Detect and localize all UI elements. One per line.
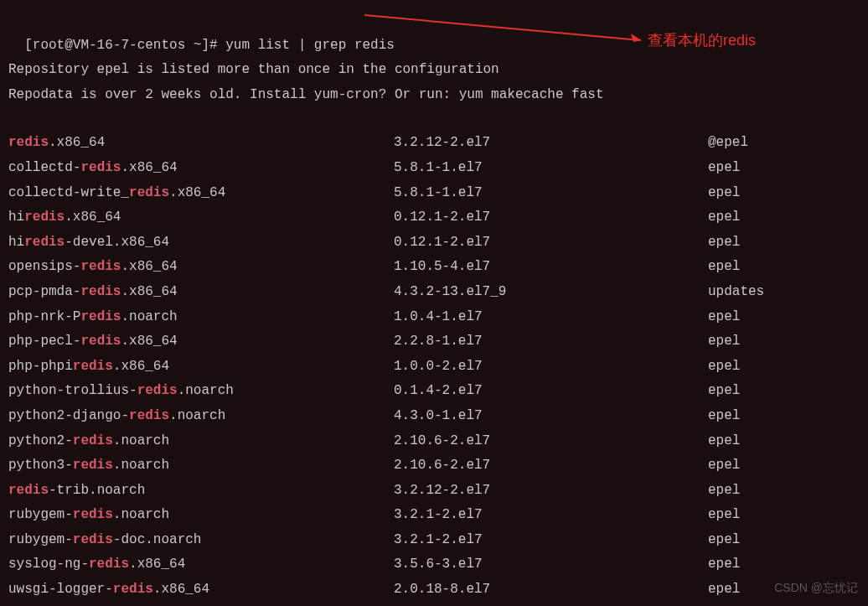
repodata-warning: Repodata is over 2 weeks old. Install yu… <box>8 83 860 108</box>
package-list: redis.x86_643.2.12-2.el7@epelcollectd-re… <box>8 131 860 606</box>
package-version: 3.2.12-2.el7 <box>394 131 708 156</box>
package-row: opensips-redis.x86_641.10.5-4.el7epel <box>8 255 860 280</box>
watermark: CSDN @忘忧记 <box>774 578 858 599</box>
package-name: redis.x86_64 <box>8 131 394 156</box>
package-version: 2.0.18-8.el7 <box>394 578 708 603</box>
package-name: php-pecl-redis.x86_64 <box>8 329 394 355</box>
shell-prompt: [root@VM-16-7-centos ~]# <box>24 38 225 53</box>
package-repo: epel <box>708 404 740 429</box>
package-name: hiredis-devel.x86_64 <box>8 230 394 256</box>
package-name: redis-trib.noarch <box>8 479 394 504</box>
package-row: hiredis-devel.x86_640.12.1-2.el7epel <box>8 230 860 256</box>
package-version: 3.2.1-2.el7 <box>394 503 708 528</box>
package-name: opensips-redis.x86_64 <box>8 255 394 280</box>
repository-warning: Repository epel is listed more than once… <box>8 58 860 83</box>
package-row: redis-trib.noarch3.2.12-2.el7epel <box>8 479 860 504</box>
package-name: python-trollius-redis.noarch <box>8 379 394 404</box>
package-version: 3.2.12-2.el7 <box>394 479 708 504</box>
package-row: python2-django-redis.noarch4.3.0-1.el7ep… <box>8 404 860 429</box>
package-repo: epel <box>708 329 740 355</box>
package-version: 2.2.8-1.el7 <box>394 329 708 355</box>
package-row: hiredis.x86_640.12.1-2.el7epel <box>8 205 860 230</box>
package-repo: epel <box>708 355 740 380</box>
package-name: hiredis.x86_64 <box>8 205 394 230</box>
package-row: rubygem-redis-doc.noarch3.2.1-2.el7epel <box>8 528 860 553</box>
package-row: php-nrk-Predis.noarch1.0.4-1.el7epel <box>8 305 860 330</box>
package-name: collectd-redis.x86_64 <box>8 156 394 181</box>
package-version: 4.3.2-13.el7_9 <box>394 280 708 305</box>
command-text: yum list | grep redis <box>225 38 395 53</box>
package-repo: epel <box>708 453 740 479</box>
package-repo: epel <box>708 205 740 230</box>
package-name: php-phpiredis.x86_64 <box>8 355 394 380</box>
package-version: 2.10.6-2.el7 <box>394 453 708 479</box>
package-repo: epel <box>708 156 740 181</box>
package-version: 5.8.1-1.el7 <box>394 156 708 181</box>
package-name: python2-django-redis.noarch <box>8 404 394 429</box>
package-row: uwsgi-logger-redis.x86_642.0.18-8.el7epe… <box>8 578 860 603</box>
package-version: 1.0.4-1.el7 <box>394 305 708 330</box>
package-row: php-phpiredis.x86_641.0.0-2.el7epel <box>8 355 860 380</box>
package-name: syslog-ng-redis.x86_64 <box>8 552 394 578</box>
package-row: python3-redis.noarch2.10.6-2.el7epel <box>8 453 860 479</box>
package-repo: epel <box>708 528 740 553</box>
package-row: rubygem-redis.noarch3.2.1-2.el7epel <box>8 503 860 528</box>
package-repo: epel <box>708 429 740 454</box>
package-name: php-nrk-Predis.noarch <box>8 305 394 330</box>
package-row: syslog-ng-redis.x86_643.5.6-3.el7epel <box>8 552 860 578</box>
package-repo: epel <box>708 503 740 528</box>
package-name: python2-redis.noarch <box>8 429 394 454</box>
package-repo: epel <box>708 255 740 280</box>
package-row: redis.x86_643.2.12-2.el7@epel <box>8 131 860 156</box>
package-repo: @epel <box>708 131 748 156</box>
package-version: 0.1.4-2.el7 <box>394 379 708 404</box>
package-version: 4.3.0-1.el7 <box>394 404 708 429</box>
package-row: uwsgi-router-redis.x86_642.0.18-8.el7epe… <box>8 603 860 606</box>
package-version: 1.0.0-2.el7 <box>394 355 708 380</box>
package-repo: epel <box>708 305 740 330</box>
package-row: python2-redis.noarch2.10.6-2.el7epel <box>8 429 860 454</box>
package-repo: epel <box>708 578 740 603</box>
package-name: uwsgi-router-redis.x86_64 <box>8 603 394 606</box>
package-repo: epel <box>708 379 740 404</box>
package-name: collectd-write_redis.x86_64 <box>8 181 394 206</box>
package-version: 2.0.18-8.el7 <box>394 603 708 606</box>
package-name: python3-redis.noarch <box>8 453 394 479</box>
package-row: python-trollius-redis.noarch0.1.4-2.el7e… <box>8 379 860 404</box>
package-name: pcp-pmda-redis.x86_64 <box>8 280 394 305</box>
package-repo: epel <box>708 230 740 256</box>
package-repo: epel <box>708 552 740 578</box>
package-version: 0.12.1-2.el7 <box>394 230 708 256</box>
package-version: 3.5.6-3.el7 <box>394 552 708 578</box>
package-name: rubygem-redis-doc.noarch <box>8 528 394 553</box>
package-repo: epel <box>708 479 740 504</box>
package-name: rubygem-redis.noarch <box>8 503 394 528</box>
package-row: collectd-write_redis.x86_645.8.1-1.el7ep… <box>8 181 860 206</box>
package-version: 3.2.1-2.el7 <box>394 528 708 553</box>
package-version: 0.12.1-2.el7 <box>394 205 708 230</box>
package-version: 2.10.6-2.el7 <box>394 429 708 454</box>
package-row: pcp-pmda-redis.x86_644.3.2-13.el7_9updat… <box>8 280 860 305</box>
package-repo: epel <box>708 181 740 206</box>
package-version: 1.10.5-4.el7 <box>394 255 708 280</box>
package-version: 5.8.1-1.el7 <box>394 181 708 206</box>
package-repo: epel <box>708 603 740 606</box>
command-line[interactable]: [root@VM-16-7-centos ~]# yum list | grep… <box>8 8 860 58</box>
package-row: php-pecl-redis.x86_642.2.8-1.el7epel <box>8 329 860 355</box>
package-row: collectd-redis.x86_645.8.1-1.el7epel <box>8 156 860 181</box>
package-name: uwsgi-logger-redis.x86_64 <box>8 578 394 603</box>
package-repo: updates <box>708 280 764 305</box>
